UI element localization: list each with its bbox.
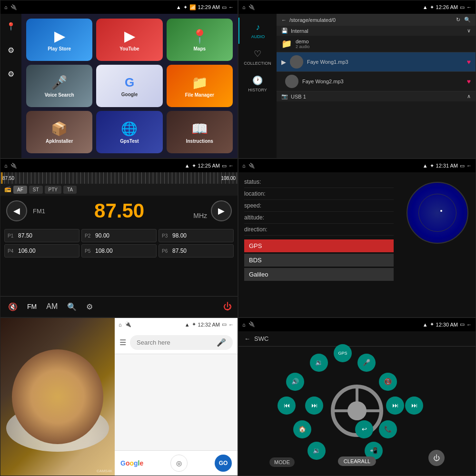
- google-logo: Google: [120, 459, 143, 467]
- search-icon-file[interactable]: 🔍: [464, 17, 471, 23]
- swc-vol-down-btn[interactable]: 🔉: [310, 354, 328, 372]
- heart-icon-1[interactable]: ♥: [467, 58, 471, 66]
- freq-needle: [1, 172, 2, 184]
- battery-icon: ▭: [222, 4, 227, 10]
- swc-mode-btn[interactable]: MODE: [269, 457, 295, 467]
- app-instructions[interactable]: 📖 Instructions: [167, 111, 233, 153]
- location-label: location:: [244, 190, 282, 197]
- swc-back-btn-ctrl[interactable]: ↩: [355, 420, 373, 438]
- preset-p5[interactable]: P5 108.00: [81, 244, 157, 258]
- swc-gps-btn[interactable]: GPS: [334, 344, 352, 362]
- usb-section-header[interactable]: 📷 USB 1 ∧: [277, 91, 476, 101]
- radio-freq-bar: 87.50 108.00: [0, 172, 238, 184]
- search-top-bar: ☰ 🎤: [115, 331, 238, 354]
- chevron-down-icon: ∨: [467, 28, 471, 34]
- bluetooth-icon-p6: ✦: [430, 321, 434, 327]
- swc-clearall-btn[interactable]: CLEARALL: [338, 456, 376, 466]
- back-icon-p3[interactable]: ←: [228, 163, 234, 169]
- search-btn-radio[interactable]: 🔍: [65, 300, 79, 313]
- back-icon-p4[interactable]: ←: [466, 163, 472, 169]
- app-apk-installer[interactable]: 📦 ApkInstaller: [26, 111, 92, 153]
- instructions-icon: 📖: [191, 121, 208, 137]
- af-button[interactable]: AF: [13, 186, 27, 194]
- preset-p3[interactable]: P3 98.00: [159, 229, 234, 242]
- gps-signal-galileo[interactable]: Galileo: [244, 268, 394, 281]
- swc-home-btn[interactable]: 🏠: [293, 420, 311, 438]
- preset-p4[interactable]: P4 106.00: [4, 244, 79, 258]
- location-btn[interactable]: ◎: [170, 455, 188, 472]
- swc-next-btn[interactable]: ⏭: [305, 397, 323, 415]
- folder-demo[interactable]: 📁 demo 2 audio: [277, 36, 476, 52]
- preset-p6[interactable]: P6 87.50: [159, 244, 234, 258]
- app-youtube[interactable]: ▶ YouTube: [96, 19, 162, 61]
- preset-p1[interactable]: P1 87.50: [4, 229, 79, 242]
- search-input-wrap[interactable]: 🎤: [130, 335, 233, 350]
- avatar-1: [290, 55, 303, 69]
- swc-prev-btn[interactable]: ⏮: [278, 397, 296, 415]
- swc-mic-btn[interactable]: 🎤: [357, 354, 376, 372]
- gps-row-speed: speed:: [244, 200, 394, 212]
- go-btn[interactable]: GO: [215, 455, 232, 472]
- battery-icon-p2: ▭: [460, 4, 465, 10]
- swc-vol-down2-btn[interactable]: 🔉: [307, 442, 326, 460]
- pty-button[interactable]: PTY: [45, 186, 61, 194]
- preset-p2[interactable]: P2 90.00: [81, 229, 157, 242]
- volume-icon[interactable]: 🔇: [6, 300, 20, 313]
- am-btn[interactable]: AM: [44, 300, 60, 313]
- fm-btn[interactable]: FM: [25, 301, 39, 312]
- file-sidebar-collection[interactable]: ♡ COLLECTION: [238, 44, 277, 70]
- swc-far-right-btn[interactable]: ⏭: [405, 397, 423, 415]
- gps-signal-gps[interactable]: GPS: [244, 239, 394, 252]
- mic-icon[interactable]: 🎤: [217, 338, 226, 347]
- app-voice-search[interactable]: 🎤 Voice Search: [26, 65, 92, 107]
- ta-button[interactable]: TA: [63, 186, 77, 194]
- refresh-icon[interactable]: ↻: [456, 17, 460, 23]
- internal-section-header[interactable]: 💾 Internal ∨: [277, 26, 476, 36]
- file-faye-wong-2[interactable]: Faye Wong2.mp3 ♥: [277, 72, 476, 91]
- search-input[interactable]: [137, 339, 217, 346]
- swc-power-btn[interactable]: ⏻: [428, 450, 445, 466]
- heart-icon-2[interactable]: ♥: [467, 78, 471, 85]
- swc-phone-btn[interactable]: 📞: [379, 420, 397, 438]
- gps-info: status: location: speed: altitude: direc…: [238, 172, 399, 317]
- swc-back-icon[interactable]: ←: [244, 335, 250, 342]
- file-sidebar-history[interactable]: 🕐 HISTORY: [238, 70, 277, 97]
- power-btn-radio[interactable]: ⏻: [223, 302, 232, 312]
- back-icon[interactable]: ←: [228, 4, 234, 10]
- file-faye-wong-1[interactable]: ▶ Faye Wong1.mp3 ♥: [277, 52, 476, 72]
- sidebar-settings-btn[interactable]: ⚙: [3, 42, 19, 58]
- google-icon: G: [125, 75, 134, 90]
- swc-call-reject-btn[interactable]: 📵: [379, 373, 397, 391]
- app-file-manager[interactable]: 📁 File Manager: [167, 65, 233, 107]
- back-btn-file[interactable]: ←: [281, 17, 287, 23]
- hamburger-icon[interactable]: ☰: [119, 338, 126, 347]
- app-playstore[interactable]: ▶ Play Store: [26, 19, 92, 61]
- wifi-icon: 📶: [189, 4, 196, 10]
- swc-vol-up-btn[interactable]: 🔊: [286, 373, 304, 391]
- app-gps-test[interactable]: 🌐 GpsTest: [96, 111, 162, 153]
- folder-icon: 📁: [281, 39, 292, 49]
- app-maps[interactable]: 📍 Maps: [167, 19, 233, 61]
- sidebar-location-btn[interactable]: 📍: [3, 19, 19, 34]
- apkinstaller-icon: 📦: [51, 121, 68, 137]
- back-icon-p6[interactable]: ←: [466, 322, 472, 327]
- equalizer-icon[interactable]: ⚙: [84, 300, 95, 313]
- radio-icon: 📻: [4, 186, 11, 194]
- app-google[interactable]: G Google: [96, 65, 162, 107]
- swc-skip-next-btn[interactable]: ⏭: [386, 397, 404, 415]
- radio-presets: P1 87.50 P2 90.00 P3 98.00 P4 106.00 P5: [0, 226, 238, 260]
- next-station-btn[interactable]: ▶: [211, 200, 232, 221]
- sidebar-gear-btn[interactable]: ⚙: [3, 66, 19, 81]
- file-info-1: Faye Wong1.mp3: [307, 59, 467, 65]
- maps-icon: 📍: [191, 29, 208, 44]
- usb-icon-p4: 🔌: [248, 163, 255, 169]
- home-icon-p5: ⌂: [119, 322, 122, 327]
- back-icon-p2[interactable]: ←: [466, 4, 472, 10]
- back-icon-p5[interactable]: ←: [228, 322, 234, 327]
- gps-signal-bds[interactable]: BDS: [244, 254, 394, 267]
- st-button[interactable]: ST: [29, 186, 43, 194]
- path-display: /storage/emulated/0: [289, 17, 336, 23]
- radar-visual: [407, 182, 468, 244]
- file-sidebar-audio[interactable]: ♪ AUDIO: [238, 18, 277, 44]
- prev-station-btn[interactable]: ◀: [6, 200, 27, 221]
